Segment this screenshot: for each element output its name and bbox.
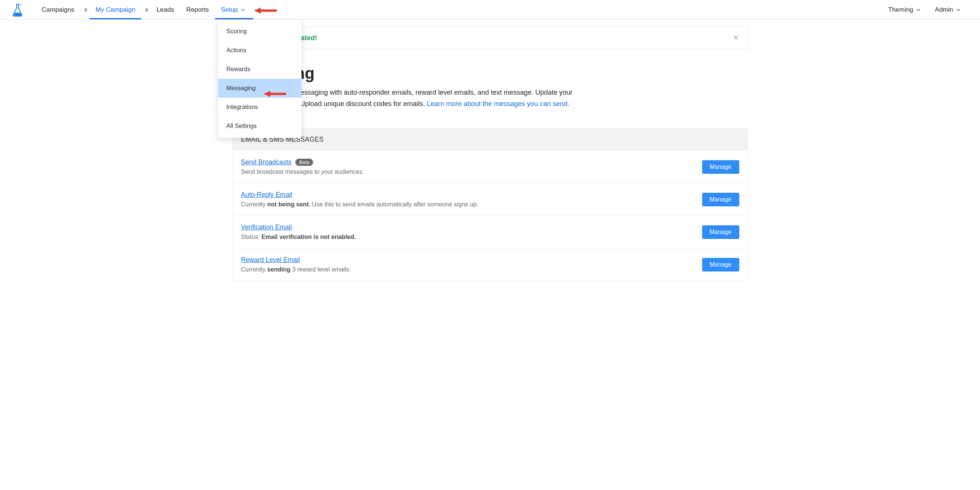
row-left: Send Broadcasts Beta Send broadcast mess… [241,158,702,175]
page-desc-part2: . [568,100,570,108]
success-alert: Email settings updated! × [232,27,748,49]
setup-dropdown: Scoring Actions Rewards Messaging Integr… [218,20,301,138]
dropdown-item-integrations[interactable]: Integrations [218,98,301,117]
svg-point-1 [21,3,22,3]
nav-admin[interactable]: Admin [929,0,969,19]
nav-my-campaign[interactable]: My Campaign [89,0,142,19]
row-left: Verification Email Status: Email verific… [241,224,702,241]
manage-button[interactable]: Manage [702,193,739,206]
messages-section: EMAIL & SMS MESSAGES Send Broadcasts Bet… [232,128,748,281]
chevron-right-icon [83,8,87,12]
row-title-reward-level[interactable]: Reward Level Email [241,256,300,264]
nav-setup[interactable]: Setup [215,0,253,19]
row-left: Auto-Reply Email Currently not being sen… [241,191,702,208]
nav-campaigns[interactable]: Campaigns [36,0,80,19]
nav-right: Theming Admin [882,0,969,19]
row-desc: Send broadcast messages to your audience… [241,168,702,175]
beta-badge: Beta [295,159,313,166]
message-row: Auto-Reply Email Currently not being sen… [233,183,748,216]
nav-left: Campaigns My Campaign Leads Reports Setu… [36,0,253,19]
message-row: Verification Email Status: Email verific… [233,216,748,248]
manage-button[interactable]: Manage [702,160,739,174]
learn-more-link[interactable]: Learn more about the messages you can se… [427,100,568,108]
page-title: Messaging [232,64,748,82]
nav-theming[interactable]: Theming [882,0,929,19]
nav-leads[interactable]: Leads [151,0,180,19]
dropdown-item-messaging[interactable]: Messaging [218,79,301,98]
chevron-right-icon [144,8,148,12]
nav-setup-label: Setup [221,6,238,14]
row-desc: Status: Email verification is not enable… [241,234,702,241]
chevron-down-icon [956,7,960,11]
row-title-send-broadcasts[interactable]: Send Broadcasts [241,158,291,166]
svg-point-0 [20,4,21,5]
chevron-down-icon [916,7,920,11]
dropdown-item-rewards[interactable]: Rewards [218,60,301,79]
manage-button[interactable]: Manage [702,225,739,239]
row-left: Reward Level Email Currently sending 3 r… [241,256,702,273]
row-desc: Currently sending 3 reward level emails. [241,266,702,273]
dropdown-item-all-settings[interactable]: All Settings [218,117,301,136]
row-desc: Currently not being sent. Use this to se… [241,201,702,208]
nav-reports[interactable]: Reports [180,0,215,19]
section-header: EMAIL & SMS MESSAGES [233,129,748,150]
page-content: Email settings updated! × Messaging Auto… [232,20,748,296]
manage-button[interactable]: Manage [702,258,739,271]
row-title-auto-reply[interactable]: Auto-Reply Email [241,191,292,199]
dropdown-item-actions[interactable]: Actions [218,41,301,60]
message-row: Reward Level Email Currently sending 3 r… [233,248,748,281]
nav-theming-label: Theming [888,6,913,14]
nav-admin-label: Admin [935,6,953,14]
alert-close-button[interactable]: × [732,33,740,43]
app-logo [11,3,24,16]
row-title-verification[interactable]: Verification Email [241,224,292,232]
top-nav: Campaigns My Campaign Leads Reports Setu… [0,0,980,20]
message-row: Send Broadcasts Beta Send broadcast mess… [233,150,748,183]
dropdown-item-scoring[interactable]: Scoring [218,22,301,41]
chevron-down-icon [241,7,245,11]
